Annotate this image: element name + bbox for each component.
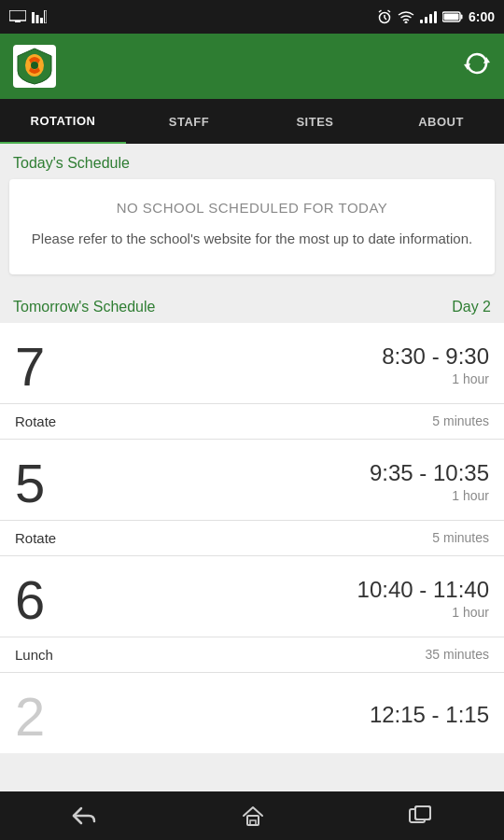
tab-rotation[interactable]: ROTATION bbox=[0, 99, 126, 144]
period-5-time: 9:35 - 10:35 bbox=[370, 460, 489, 486]
svg-rect-3 bbox=[36, 15, 39, 23]
refresh-button[interactable] bbox=[463, 49, 491, 84]
time-display: 6:00 bbox=[469, 9, 495, 24]
period-2-number: 2 bbox=[15, 686, 62, 744]
lunch-row: Lunch 35 minutes bbox=[0, 637, 504, 673]
status-left-icons bbox=[9, 10, 47, 23]
schedule-item-period-2: 2 12:15 - 1:15 bbox=[0, 673, 504, 753]
period-7-details: 8:30 - 9:30 1 hour bbox=[62, 336, 489, 394]
day-label: Day 2 bbox=[452, 299, 491, 315]
tomorrow-schedule-header: Tomorrow's Schedule bbox=[13, 299, 155, 315]
no-school-card: NO SCHOOL SCHEDULED FOR TODAY Please ref… bbox=[9, 179, 495, 274]
rotate-1-label: Rotate bbox=[15, 413, 56, 429]
lunch-label: Lunch bbox=[15, 647, 53, 663]
svg-point-11 bbox=[404, 21, 407, 24]
svg-rect-13 bbox=[460, 15, 462, 20]
svg-rect-14 bbox=[443, 14, 458, 21]
status-bar: 6:00 bbox=[0, 0, 504, 34]
battery-icon bbox=[442, 11, 463, 22]
period-6-number: 6 bbox=[15, 569, 62, 627]
bars-icon bbox=[32, 10, 47, 23]
svg-rect-4 bbox=[40, 18, 43, 23]
schedule-container: 7 8:30 - 9:30 1 hour Rotate 5 minutes 5 … bbox=[0, 323, 504, 753]
app-header bbox=[0, 34, 504, 99]
svg-rect-5 bbox=[45, 10, 48, 23]
rotate-2-duration: 5 minutes bbox=[432, 530, 489, 545]
main-content: Today's Schedule NO SCHOOL SCHEDULED FOR… bbox=[0, 144, 504, 791]
home-button[interactable] bbox=[241, 804, 265, 828]
period-2-details: 12:15 - 1:15 bbox=[62, 686, 489, 744]
period-6-duration: 1 hour bbox=[452, 605, 489, 620]
tomorrow-section-row: Tomorrow's Schedule Day 2 bbox=[0, 287, 504, 323]
period-2-time: 12:15 - 1:15 bbox=[370, 702, 489, 728]
period-7-time: 8:30 - 9:30 bbox=[382, 343, 489, 370]
svg-rect-0 bbox=[9, 10, 26, 21]
period-7-number: 7 bbox=[15, 336, 62, 394]
tab-about[interactable]: ABOUT bbox=[378, 99, 504, 144]
period-6-details: 10:40 - 11:40 1 hour bbox=[62, 569, 489, 627]
period-6-time: 10:40 - 11:40 bbox=[357, 577, 489, 603]
schedule-item-period-5: 5 9:35 - 10:35 1 hour bbox=[0, 440, 504, 521]
today-schedule-header: Today's Schedule bbox=[0, 144, 504, 179]
no-school-title: NO SCHOOL SCHEDULED FOR TODAY bbox=[28, 200, 476, 216]
svg-rect-1 bbox=[15, 21, 21, 22]
schedule-item-period-7: 7 8:30 - 9:30 1 hour bbox=[0, 323, 504, 404]
rotate-row-1: Rotate 5 minutes bbox=[0, 404, 504, 440]
svg-line-8 bbox=[385, 18, 386, 20]
signal-icon bbox=[420, 10, 437, 23]
tab-staff[interactable]: STAFF bbox=[126, 99, 252, 144]
rotate-row-2: Rotate 5 minutes bbox=[0, 521, 504, 556]
schedule-item-period-6: 6 10:40 - 11:40 1 hour bbox=[0, 556, 504, 637]
lunch-duration: 35 minutes bbox=[426, 647, 489, 662]
nav-tabs: ROTATION STAFF SITES ABOUT bbox=[0, 99, 504, 144]
svg-rect-20 bbox=[250, 820, 256, 825]
screen-icon bbox=[9, 10, 26, 23]
back-button[interactable] bbox=[72, 805, 98, 827]
svg-rect-2 bbox=[32, 12, 35, 23]
period-5-duration: 1 hour bbox=[452, 488, 489, 503]
logo-shield bbox=[16, 47, 53, 86]
period-5-number: 5 bbox=[15, 453, 62, 511]
rotate-2-label: Rotate bbox=[15, 530, 56, 546]
wifi-icon bbox=[398, 10, 414, 23]
svg-point-16 bbox=[31, 62, 38, 69]
period-7-duration: 1 hour bbox=[452, 371, 489, 386]
recent-apps-button[interactable] bbox=[408, 805, 432, 826]
tab-sites[interactable]: SITES bbox=[252, 99, 378, 144]
no-school-desc: Please refer to the school's website for… bbox=[28, 229, 476, 250]
svg-rect-22 bbox=[415, 806, 430, 819]
svg-line-10 bbox=[387, 10, 390, 12]
bottom-nav bbox=[0, 791, 504, 840]
rotate-1-duration: 5 minutes bbox=[432, 413, 489, 428]
logo bbox=[13, 45, 56, 88]
svg-line-9 bbox=[379, 10, 382, 12]
period-5-details: 9:35 - 10:35 1 hour bbox=[62, 453, 489, 511]
alarm-icon bbox=[377, 9, 392, 24]
status-right-icons: 6:00 bbox=[377, 9, 495, 24]
